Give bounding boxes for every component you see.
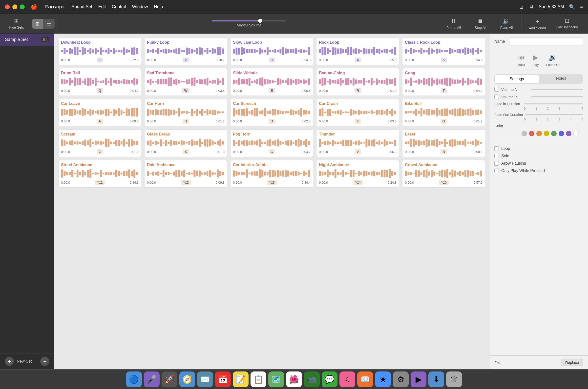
menu-help[interactable]: Help	[154, 4, 163, 9]
hide-sets-button[interactable]: ⊞ Hide Sets	[5, 16, 28, 31]
apple-menu-icon[interactable]: 🍎	[31, 4, 37, 10]
dock-item-facetime[interactable]: 📹	[304, 371, 320, 387]
sound-card[interactable]: Funky Loop 0:00.0 2 0:10.7	[144, 37, 227, 65]
dock-item-photos[interactable]: 🌺	[286, 371, 302, 387]
volume-a-slider[interactable]	[531, 89, 583, 90]
dock-item-safari[interactable]: 🧭	[179, 371, 195, 387]
tab-notes[interactable]: Notes	[539, 74, 583, 84]
sound-card[interactable]: Rock Loop 0:00.0 4 0:15.3	[316, 37, 399, 65]
menu-edit[interactable]: Edit	[98, 4, 106, 9]
sound-card[interactable]: Car Leave 0:00.0 A 0:09.6	[58, 99, 141, 126]
stop-all-button[interactable]: ⏹ Stop All	[468, 16, 493, 32]
only-play-checkbox[interactable]	[494, 169, 499, 173]
sound-card[interactable]: Slide Whistle 0:00.0 E 0:00.6	[230, 68, 313, 96]
dock-item-appstore[interactable]: ★	[375, 371, 391, 387]
sound-card[interactable]: Slow Jam Loop 0:00.0 3 0:24.0	[230, 37, 313, 65]
dock-item-calendar[interactable]: 📅	[215, 371, 231, 387]
sound-card[interactable]: Night Ambiance 0:00.0 ⌥4 0:24.8	[316, 160, 399, 188]
sound-card[interactable]: Thunder 0:00.0 V 0:06.8	[316, 129, 399, 157]
list-view-button[interactable]: ☰	[43, 19, 55, 29]
maximize-button[interactable]	[20, 4, 25, 9]
sound-card[interactable]: Fog Horn 0:00.0 C 0:04.2	[230, 129, 313, 157]
fade-all-button[interactable]: 🔉 Fade All	[493, 16, 520, 32]
play-button[interactable]: ▶ Play	[532, 53, 539, 67]
sound-card[interactable]: Sad Trombone 0:00.0 W 0:03.6	[144, 68, 227, 96]
dock-item-maps[interactable]: 🗺️	[268, 371, 284, 387]
fade-in-slider[interactable]	[524, 103, 583, 104]
search-icon[interactable]: 🔍	[569, 4, 575, 10]
sound-card[interactable]: Bike Bell 0:00.0 G 0:01.2	[402, 99, 485, 126]
svg-rect-534	[295, 140, 297, 146]
sound-card[interactable]: Crowd Ambiance 0:00.0 ⌥5 0:57.5	[402, 160, 485, 188]
sound-card[interactable]: Laser 0:00.0 B 0:00.6	[402, 129, 485, 157]
dock-item-notes[interactable]: 📝	[233, 371, 249, 387]
color-dot[interactable]	[529, 131, 534, 136]
loop-checkbox[interactable]	[494, 146, 499, 151]
dock-item-messages[interactable]: 💬	[322, 371, 337, 387]
dock-item-siri[interactable]: 🎤	[144, 371, 160, 387]
sound-card[interactable]: Badum-Ching 0:00.0 R 0:01.9	[316, 68, 399, 96]
solo-checkbox[interactable]	[494, 154, 499, 158]
dock-item-finder[interactable]: 🔵	[126, 371, 142, 387]
dock-item-systemprefs[interactable]: ⚙	[393, 371, 409, 387]
color-dot[interactable]	[551, 131, 557, 136]
menu-window[interactable]: Window	[132, 4, 148, 9]
svg-rect-109	[368, 49, 370, 54]
sound-card[interactable]: Car Horn 0:00.0 S 0:01.7	[144, 99, 227, 126]
sound-card[interactable]: Classic Rock Loop 0:00.0 5 0:34.9	[402, 37, 485, 65]
sound-card[interactable]: Downbeat Loop 0:00.0 1 0:22.6	[58, 37, 141, 65]
volume-b-slider[interactable]	[531, 96, 583, 97]
back-button[interactable]: ⏮ Back	[518, 53, 525, 67]
pause-all-button[interactable]: ⏸ Pause All	[440, 16, 468, 32]
dock-item-action[interactable]: ▶	[411, 371, 426, 387]
sound-card[interactable]: Glass Break 0:00.0 X 0:01.0	[144, 129, 227, 157]
volume-slider[interactable]	[212, 20, 286, 22]
color-dot[interactable]	[566, 131, 571, 136]
fade-out-slider[interactable]	[525, 114, 583, 115]
grid-view-button[interactable]: ⊞	[32, 19, 43, 29]
replace-button[interactable]: Replace	[561, 359, 583, 366]
color-dot[interactable]	[536, 131, 542, 136]
dock-item-music[interactable]: ♫	[339, 371, 355, 387]
color-dot[interactable]	[521, 131, 527, 136]
allow-pausing-checkbox[interactable]	[494, 161, 499, 166]
sound-card[interactable]: Rain Ambiance 0:00.0 ⌥2 0:09.8	[144, 160, 227, 188]
hide-inspector-button[interactable]: ⊡ Hide Inspector	[551, 15, 583, 32]
sound-card[interactable]: Car Screech 0:00.0 D 0:02.5	[230, 99, 313, 126]
tab-settings[interactable]: Settings	[495, 75, 539, 83]
volume-b-checkbox[interactable]	[494, 95, 499, 99]
new-set-label[interactable]: New Set	[17, 359, 32, 364]
new-set-button[interactable]: ＋	[5, 357, 14, 366]
add-sound-button[interactable]: ＋ Add Sound	[524, 15, 551, 32]
svg-rect-478	[133, 141, 135, 145]
sound-card[interactable]: Drum Roll 0:00.0 Q 0:04.2	[58, 68, 141, 96]
menu-icon[interactable]: ≡	[580, 4, 583, 10]
volume-thumb[interactable]	[258, 19, 262, 23]
remove-set-button[interactable]: －	[40, 357, 49, 366]
sound-card[interactable]: Gong 0:00.0 T 0:04.8	[402, 68, 485, 96]
sidebar-item-sample-set[interactable]: Sample Set ⌘1	[0, 33, 54, 46]
svg-rect-158	[82, 81, 84, 83]
color-dot[interactable]	[573, 131, 579, 136]
sound-card[interactable]: Street Ambiance 0:00.0 ⌥1 0:44.3	[58, 160, 141, 188]
color-dot[interactable]	[559, 131, 564, 136]
dock-item-reminders[interactable]: 📋	[251, 371, 266, 387]
app-name[interactable]: Farrago	[45, 4, 64, 10]
dock-item-downloader[interactable]: ⬇	[428, 371, 444, 387]
color-dot[interactable]	[544, 131, 549, 136]
fade-out-button[interactable]: 🔉 Fade Out	[546, 53, 560, 67]
dock-item-books[interactable]: 📖	[357, 371, 373, 387]
close-button[interactable]	[5, 4, 10, 9]
svg-rect-296	[472, 80, 474, 83]
volume-a-checkbox[interactable]	[494, 87, 499, 92]
menu-sound-set[interactable]: Sound Set	[72, 4, 92, 9]
sound-card[interactable]: Car Interior Ambi... 0:00.0 ⌥3 0:44.4	[230, 160, 313, 188]
menu-control[interactable]: Control	[112, 4, 126, 9]
sound-card[interactable]: Car Crash 0:00.0 F 0:03.0	[316, 99, 399, 126]
name-input[interactable]	[509, 37, 583, 45]
minimize-button[interactable]	[12, 4, 17, 9]
dock-item-launchpad[interactable]: 🚀	[162, 371, 177, 387]
dock-item-mail[interactable]: ✉️	[197, 371, 213, 387]
dock-item-trash[interactable]: 🗑	[446, 371, 462, 387]
sound-card[interactable]: Scream 0:00.0 Z 0:01.0	[58, 129, 141, 157]
